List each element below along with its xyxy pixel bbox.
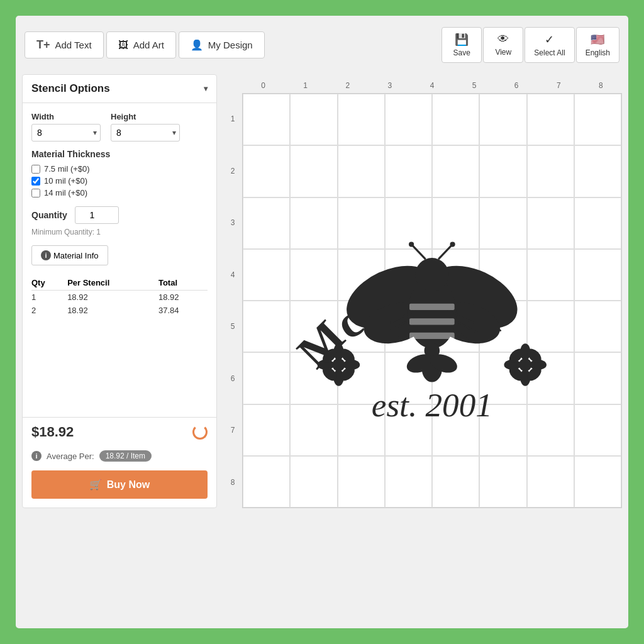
option-7-5mil[interactable]: 7.5 mil (+$0) xyxy=(31,164,208,174)
grid-cell xyxy=(385,456,432,508)
option-10mil[interactable]: 10 mil (+$0) xyxy=(31,176,208,186)
width-select[interactable]: 8 6 10 12 xyxy=(31,124,101,142)
material-info-button[interactable]: i Material Info xyxy=(31,245,108,265)
dimensions-row: Width 8 6 10 12 Height xyxy=(31,112,208,142)
grid-cell xyxy=(527,352,574,404)
language-label: English xyxy=(586,48,610,57)
toolbar-right: 💾 Save 👁 View ✓ Select All 🇺🇸 English xyxy=(441,27,619,63)
quantity-row: Quantity xyxy=(31,206,208,224)
option-14mil-label: 14 mil (+$0) xyxy=(44,188,87,197)
table-row: 218.9237.84 xyxy=(31,304,208,317)
chevron-down-icon[interactable]: ▾ xyxy=(204,84,208,93)
grid-cell xyxy=(338,404,385,456)
cell-total: 18.92 xyxy=(158,291,208,304)
material-options: 7.5 mil (+$0) 10 mil (+$0) 14 mil (+$0) xyxy=(31,164,208,197)
grid-cell xyxy=(385,301,432,352)
buy-now-label: Buy Now xyxy=(107,479,150,491)
grid-cell xyxy=(243,404,290,456)
grid-cell xyxy=(527,249,574,301)
canvas-body: 12345678 McAllister xyxy=(223,93,622,508)
grid-cell xyxy=(574,301,621,352)
col-qty: Qty xyxy=(31,275,67,291)
grid-cell xyxy=(338,197,385,249)
avg-per-value: 18.92 / Item xyxy=(99,450,152,462)
ruler-left-label: 4 xyxy=(223,249,242,301)
canvas-area: 012345678 12345678 McAllister xyxy=(223,74,622,508)
cart-icon: 🛒 xyxy=(89,479,102,491)
ruler-left-label: 6 xyxy=(223,353,242,405)
main-content: Stencil Options ▾ Width 8 6 10 12 xyxy=(22,74,622,508)
grid-cell xyxy=(290,456,337,508)
select-all-button[interactable]: ✓ Select All xyxy=(525,27,574,63)
language-button[interactable]: 🇺🇸 English xyxy=(576,27,619,63)
price-table: Qty Per Stencil Total 118.9218.92218.923… xyxy=(31,275,208,317)
grid-cell xyxy=(290,352,337,404)
grid-cell xyxy=(290,145,337,197)
width-group: Width 8 6 10 12 xyxy=(31,112,101,142)
grid-canvas[interactable]: McAllister xyxy=(242,93,622,508)
grid-cell xyxy=(527,145,574,197)
save-button[interactable]: 💾 Save xyxy=(441,27,482,63)
ruler-left-label: 1 xyxy=(223,93,242,145)
grid-cell xyxy=(574,456,621,508)
grid-cell xyxy=(574,94,621,145)
option-7-5mil-label: 7.5 mil (+$0) xyxy=(44,164,90,174)
grid-cell xyxy=(432,145,479,197)
ruler-top-label: 2 xyxy=(326,74,369,92)
ruler-top-label: 7 xyxy=(538,74,580,92)
grid-cell xyxy=(479,94,526,145)
grid-cell xyxy=(385,197,432,249)
panel-title: Stencil Options xyxy=(31,82,110,95)
grid-cell xyxy=(385,145,432,197)
price-value: $18.92 xyxy=(31,424,74,440)
grid-cell xyxy=(574,197,621,249)
grid-cell xyxy=(338,145,385,197)
save-icon: 💾 xyxy=(455,33,469,47)
grid-cell xyxy=(432,301,479,352)
grid-cell xyxy=(432,249,479,301)
checkbox-14mil[interactable] xyxy=(31,189,40,197)
col-total: Total xyxy=(158,275,208,291)
ruler-top-label: 8 xyxy=(580,74,622,92)
height-select[interactable]: 8 6 10 12 xyxy=(111,124,180,142)
grid-cell xyxy=(290,404,337,456)
grid-cell xyxy=(385,249,432,301)
ruler-top: 012345678 xyxy=(242,74,622,92)
app-container: T+ Add Text 🖼 Add Art 👤 My Design 💾 Save… xyxy=(14,14,630,630)
grid-cell xyxy=(338,301,385,352)
material-info-label: Material Info xyxy=(53,251,99,260)
height-label: Height xyxy=(111,112,180,121)
view-button[interactable]: 👁 View xyxy=(483,27,523,63)
avg-per-row: i Average Per: 18.92 / Item xyxy=(23,447,216,470)
option-10mil-label: 10 mil (+$0) xyxy=(44,176,87,186)
left-panel: Stencil Options ▾ Width 8 6 10 12 xyxy=(22,74,217,508)
select-all-label: Select All xyxy=(534,48,565,57)
grid-cell xyxy=(243,456,290,508)
add-art-button[interactable]: 🖼 Add Art xyxy=(106,31,176,58)
grid-cell xyxy=(479,145,526,197)
price-display: $18.92 xyxy=(23,417,216,447)
grid-cell xyxy=(290,94,337,145)
grid-cell xyxy=(527,197,574,249)
grid-cell xyxy=(432,456,479,508)
grid-cell xyxy=(479,249,526,301)
grid-cell xyxy=(243,197,290,249)
my-design-button[interactable]: 👤 My Design xyxy=(179,31,265,58)
grid-cell xyxy=(338,456,385,508)
ruler-top-label: 3 xyxy=(369,74,411,92)
buy-now-button[interactable]: 🛒 Buy Now xyxy=(31,470,208,499)
grid-cell xyxy=(290,249,337,301)
width-label: Width xyxy=(31,112,101,121)
checkbox-10mil[interactable] xyxy=(31,177,40,186)
ruler-top-label: 4 xyxy=(411,74,453,92)
add-text-button[interactable]: T+ Add Text xyxy=(25,31,104,58)
grid-cell xyxy=(338,249,385,301)
grid-cell xyxy=(432,197,479,249)
height-select-wrapper: 8 6 10 12 xyxy=(111,124,180,142)
grid-cell xyxy=(527,404,574,456)
grid-cell xyxy=(338,352,385,404)
checkbox-7-5mil[interactable] xyxy=(31,165,40,174)
view-label: View xyxy=(495,48,511,57)
quantity-input[interactable] xyxy=(75,206,119,224)
option-14mil[interactable]: 14 mil (+$0) xyxy=(31,188,208,197)
